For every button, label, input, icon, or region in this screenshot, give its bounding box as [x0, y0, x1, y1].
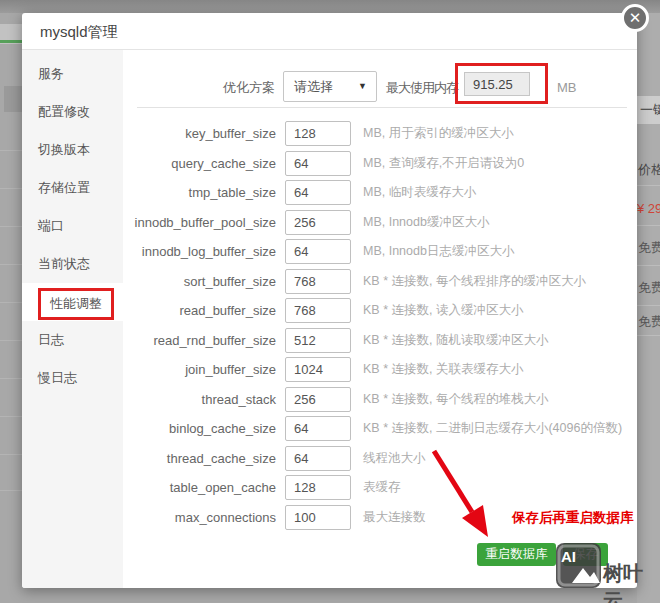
background-row-line	[637, 305, 660, 306]
setting-row: innodb_log_buffer_sizeMB, Innodb日志缓冲区大小	[123, 237, 637, 267]
dialog-title: mysqld管理	[40, 13, 118, 50]
background-row-line	[0, 490, 22, 491]
sidebar-item-log[interactable]: 日志	[22, 321, 123, 359]
background-row-line	[0, 150, 22, 151]
setting-input-tmp_table_size[interactable]	[285, 180, 351, 205]
background-one-key-button: 一键	[637, 96, 660, 124]
setting-hint: MB, Innodb日志缓冲区大小	[363, 243, 514, 260]
setting-label: innodb_log_buffer_size	[123, 244, 276, 259]
divider	[137, 107, 627, 108]
setting-hint: KB * 连接数, 随机读取缓冲区大小	[363, 332, 548, 349]
setting-hint: MB, 查询缓存,不开启请设为0	[363, 155, 524, 172]
setting-row: query_cache_sizeMB, 查询缓存,不开启请设为0	[123, 149, 637, 179]
optimize-plan-select[interactable]: 请选择 ▼	[283, 71, 377, 102]
setting-hint: KB * 连接数, 二进制日志缓存大小(4096的倍数)	[363, 420, 622, 437]
dialog-header: mysqld管理	[22, 13, 637, 50]
background-price-column: 一键 价格 ¥ 29. 免费 免费 免费	[637, 13, 660, 603]
setting-hint: KB * 连接数, 读入缓冲区大小	[363, 302, 523, 319]
sidebar-item-version[interactable]: 切换版本	[22, 131, 123, 169]
setting-label: key_buffer_size	[123, 126, 276, 141]
setting-input-read_rnd_buffer_size[interactable]	[285, 328, 351, 353]
background-free-label: 免费	[638, 239, 660, 257]
sidebar-items: 服务配置修改切换版本存储位置端口当前状态性能调整日志慢日志	[22, 50, 123, 588]
max-memory-highlight-box	[455, 63, 548, 104]
background-row-line	[0, 226, 22, 227]
setting-input-thread_stack[interactable]	[285, 387, 351, 412]
background-row-line	[637, 225, 660, 226]
setting-input-binlog_cache_size[interactable]	[285, 416, 351, 441]
setting-label: join_buffer_size	[123, 362, 276, 377]
sidebar-item-label: 配置修改	[38, 104, 90, 119]
background-price-header: 价格	[638, 161, 660, 179]
sidebar-item-label: 日志	[38, 332, 64, 347]
max-memory-label: 最大使用内存	[386, 79, 458, 97]
setting-label: sort_buffer_size	[123, 274, 276, 289]
sidebar-item-label: 服务	[38, 66, 64, 81]
setting-input-read_buffer_size[interactable]	[285, 298, 351, 323]
setting-row: read_buffer_sizeKB * 连接数, 读入缓冲区大小	[123, 296, 637, 326]
setting-hint: KB * 连接数, 关联表缓存大小	[363, 361, 523, 378]
setting-input-key_buffer_size[interactable]	[285, 121, 351, 146]
background-row-line	[0, 454, 22, 455]
background-row-line	[637, 185, 660, 186]
background-row-line	[0, 188, 22, 189]
sidebar-item-label: 端口	[38, 218, 64, 233]
background-free-label: 免费	[638, 313, 660, 331]
setting-input-innodb_log_buffer_size[interactable]	[285, 239, 351, 264]
setting-row: table_open_cache表缓存	[123, 473, 637, 503]
background-row-line	[0, 302, 22, 303]
setting-input-sort_buffer_size[interactable]	[285, 269, 351, 294]
setting-input-table_open_cache[interactable]	[285, 475, 351, 500]
setting-hint: 最大连接数	[363, 509, 426, 526]
background-left-strip	[0, 13, 22, 603]
chevron-down-icon: ▼	[358, 72, 367, 101]
setting-row: key_buffer_sizeMB, 用于索引的缓冲区大小	[123, 119, 637, 149]
sidebar-item-port[interactable]: 端口	[22, 207, 123, 245]
sidebar-item-performance[interactable]: 性能调整	[22, 283, 123, 321]
setting-hint: 表缓存	[363, 479, 401, 496]
setting-input-innodb_buffer_pool_size[interactable]	[285, 210, 351, 235]
restart-database-button[interactable]: 重启数据库	[477, 543, 556, 566]
watermark-brand: 树叶云	[603, 560, 660, 603]
sidebar-item-status[interactable]: 当前状态	[22, 245, 123, 283]
setting-hint: MB, Innodb缓冲区大小	[363, 214, 489, 231]
setting-input-thread_cache_size[interactable]	[285, 446, 351, 471]
sidebar-item-service[interactable]: 服务	[22, 55, 123, 93]
setting-label: max_connections	[123, 510, 276, 525]
optimize-plan-select-value: 请选择	[294, 79, 333, 94]
setting-row: thread_stackKB * 连接数, 每个线程的堆栈大小	[123, 385, 637, 415]
close-icon[interactable]: ✕	[621, 4, 649, 32]
setting-row: join_buffer_sizeKB * 连接数, 关联表缓存大小	[123, 355, 637, 385]
max-memory-input[interactable]	[464, 72, 530, 96]
setting-label: read_buffer_size	[123, 303, 276, 318]
sidebar-item-label: 慢日志	[38, 370, 77, 385]
setting-label: innodb_buffer_pool_size	[123, 215, 276, 230]
sidebar-item-label: 存储位置	[38, 180, 90, 195]
setting-hint: MB, 临时表缓存大小	[363, 184, 476, 201]
optimize-plan-label: 优化方案	[195, 79, 275, 97]
setting-input-join_buffer_size[interactable]	[285, 357, 351, 382]
sidebar-item-slowlog[interactable]: 慢日志	[22, 359, 123, 397]
setting-input-query_cache_size[interactable]	[285, 151, 351, 176]
setting-hint: KB * 连接数, 每个线程的堆栈大小	[363, 391, 548, 408]
sidebar-item-storage[interactable]: 存储位置	[22, 169, 123, 207]
setting-hint: KB * 连接数, 每个线程排序的缓冲区大小	[363, 273, 586, 290]
setting-input-max_connections[interactable]	[285, 505, 351, 530]
setting-row: sort_buffer_sizeKB * 连接数, 每个线程排序的缓冲区大小	[123, 267, 637, 297]
sidebar-item-label: 当前状态	[38, 256, 90, 271]
setting-label: query_cache_size	[123, 156, 276, 171]
background-row-line	[0, 378, 22, 379]
save-then-restart-note: 保存后再重启数据库	[512, 509, 634, 527]
sidebar-item-label: 性能调整	[38, 288, 114, 320]
background-free-label: 免费	[638, 279, 660, 297]
background-thumbnail	[4, 86, 22, 112]
background-row-line	[637, 335, 660, 336]
settings-form: key_buffer_sizeMB, 用于索引的缓冲区大小query_cache…	[123, 119, 637, 532]
max-memory-unit: MB	[557, 80, 577, 95]
background-row-line	[0, 416, 22, 417]
setting-row: thread_cache_size线程池大小	[123, 444, 637, 474]
background-price-value: ¥ 29.	[637, 201, 660, 216]
mysqld-manage-dialog: ✕ mysqld管理 服务配置修改切换版本存储位置端口当前状态性能调整日志慢日志…	[22, 13, 637, 588]
background-row-line	[0, 340, 22, 341]
sidebar-item-config[interactable]: 配置修改	[22, 93, 123, 131]
